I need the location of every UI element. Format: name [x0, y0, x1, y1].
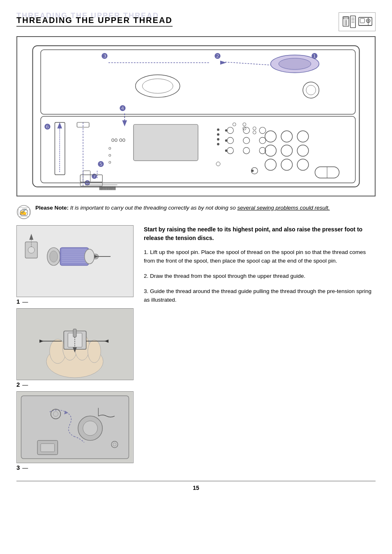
- svg-marker-31: [122, 120, 127, 127]
- step-2-text: 2. Draw the thread from the spool throug…: [144, 272, 376, 281]
- svg-point-54: [265, 145, 276, 156]
- step-images-column: 1 —: [16, 225, 136, 471]
- svg-point-62: [217, 138, 219, 141]
- svg-point-118: [88, 340, 101, 362]
- step-3-text: 3. Guide the thread around the thread gu…: [144, 287, 376, 305]
- svg-point-39: [243, 127, 250, 134]
- page-title: THREADING THE UPPER THREAD: [16, 16, 173, 27]
- svg-rect-4: [350, 16, 356, 28]
- svg-point-28: [306, 85, 316, 95]
- main-diagram: ❶ ❷ ❸ ❹ ❻: [16, 36, 376, 196]
- step-2-desc: Draw the thread from the spool through t…: [150, 273, 305, 279]
- note-section: ✍ Please Note: It is important to carry …: [16, 204, 376, 219]
- step-2-image-container: 2 —: [16, 308, 136, 388]
- svg-point-59: [297, 131, 308, 142]
- svg-point-49: [225, 149, 228, 152]
- svg-point-61: [217, 133, 219, 136]
- intro-text: Start by raising the needle to its highe…: [144, 225, 376, 242]
- step-1-image: [16, 225, 134, 297]
- header-icons: [339, 12, 376, 31]
- step-1-label-row: 1 —: [16, 298, 136, 305]
- svg-marker-36: [57, 122, 62, 129]
- step-2-image: [16, 308, 134, 380]
- svg-point-47: [225, 129, 228, 132]
- svg-point-50: [216, 162, 220, 166]
- svg-rect-136: [41, 444, 55, 452]
- svg-point-97: [50, 251, 58, 262]
- svg-point-48: [225, 139, 228, 142]
- svg-point-66: [253, 127, 256, 130]
- svg-point-51: [265, 159, 276, 170]
- svg-point-42: [243, 137, 250, 144]
- svg-point-52: [281, 159, 292, 170]
- step-1-svg: [17, 226, 133, 297]
- svg-text:❽: ❽: [84, 180, 90, 187]
- step-3-svg: [17, 392, 133, 463]
- svg-point-18: [279, 58, 311, 69]
- svg-point-43: [259, 137, 266, 144]
- threading-diagram-svg: ❶ ❷ ❸ ❹ ❻: [21, 40, 371, 192]
- note-icon: ✍: [16, 205, 31, 219]
- instructions-column: Start by raising the needle to its highe…: [144, 225, 376, 471]
- step-1-number-inline: 1.: [144, 249, 150, 255]
- svg-point-60: [217, 128, 219, 131]
- step-2-number: 2: [16, 381, 20, 388]
- svg-line-21: [222, 62, 271, 65]
- step-1-number: 1: [16, 298, 20, 305]
- thread-icon-2: [358, 14, 373, 29]
- page-header: THREADING THE UPPER THREAD THREADING THE…: [16, 12, 376, 31]
- svg-point-55: [281, 145, 292, 156]
- step-1-image-container: 1 —: [16, 225, 136, 305]
- step-1-text: 1. Lift up the spool pin. Place the spoo…: [144, 248, 376, 265]
- step-1-dash: —: [22, 298, 28, 305]
- svg-point-56: [297, 145, 308, 156]
- step-2-number-inline: 2.: [144, 273, 150, 279]
- svg-point-27: [303, 82, 319, 98]
- svg-point-106: [85, 249, 95, 264]
- svg-point-63: [217, 143, 219, 145]
- svg-point-41: [227, 137, 234, 144]
- note-paragraph: Please Note: It is important to carry ou…: [35, 204, 330, 212]
- svg-point-131: [83, 421, 98, 436]
- svg-point-26: [142, 79, 173, 93]
- svg-point-58: [281, 131, 292, 142]
- step-3-image: [16, 391, 134, 463]
- svg-text:❸: ❸: [101, 52, 108, 60]
- svg-point-44: [227, 148, 234, 154]
- svg-point-45: [243, 148, 250, 154]
- title-block: THREADING THE UPPER THREAD THREADING THE…: [16, 12, 173, 27]
- note-body: It is important to carry out the threadi…: [69, 205, 237, 211]
- svg-marker-24: [220, 61, 226, 65]
- svg-rect-37: [134, 125, 198, 161]
- step-2-label-row: 2 —: [16, 381, 136, 388]
- step-3-dash: —: [22, 464, 28, 471]
- step-3-number-inline: 3.: [144, 288, 150, 294]
- svg-point-53: [297, 159, 308, 170]
- svg-point-40: [259, 127, 266, 134]
- svg-point-68: [253, 131, 256, 134]
- svg-text:▓▓▓▓▓▓▓: ▓▓▓▓▓▓▓: [99, 186, 115, 190]
- svg-point-64: [233, 123, 236, 126]
- two-column-section: 1 —: [16, 225, 376, 471]
- svg-text:o: o: [108, 159, 111, 164]
- svg-text:❷: ❷: [214, 52, 221, 60]
- svg-rect-1: [344, 17, 348, 19]
- svg-point-65: [243, 123, 246, 126]
- step-1-desc: Lift up the spool pin. Place the spool o…: [144, 249, 366, 264]
- svg-point-85: [251, 170, 254, 172]
- step-3-number: 3: [16, 464, 20, 471]
- page-number: 15: [16, 481, 376, 491]
- svg-text:❹: ❹: [119, 104, 126, 113]
- svg-text:❺: ❺: [97, 160, 104, 169]
- svg-point-67: [243, 127, 246, 130]
- note-underline-text: several sewing problems could result.: [238, 205, 330, 211]
- svg-text:o: o: [108, 145, 111, 150]
- step-3-label-row: 3 —: [16, 464, 136, 471]
- step-3-desc: Guide the thread around the thread guide…: [144, 288, 371, 303]
- svg-point-38: [227, 127, 234, 134]
- note-label: Please Note:: [35, 205, 69, 211]
- svg-text:oo  oo: oo oo: [111, 137, 126, 143]
- svg-text:o: o: [108, 152, 111, 157]
- step-3-image-container: 3 —: [16, 391, 136, 471]
- step-2-svg: [17, 309, 133, 380]
